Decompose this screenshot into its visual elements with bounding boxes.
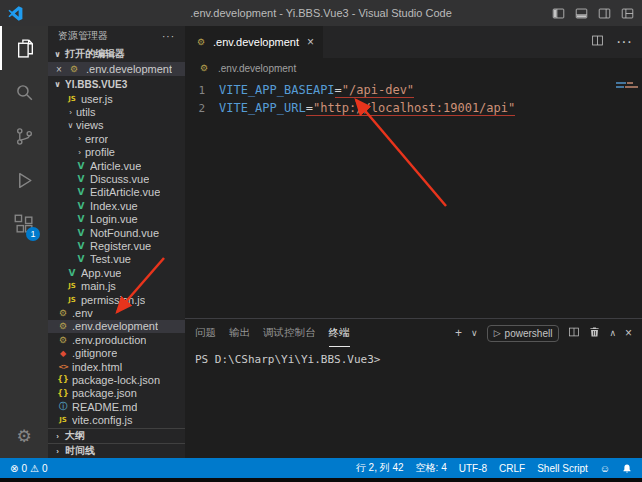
- bottom-panel: 问题输出调试控制台终端 + ∨ ▷ powershell: [185, 318, 642, 458]
- close-icon[interactable]: ×: [54, 64, 64, 75]
- tree-item[interactable]: JSmain.js: [48, 279, 185, 292]
- code-line[interactable]: 1VITE_APP_BASEAPI="/api-dev": [185, 81, 642, 99]
- toggle-secondary-sidebar-icon[interactable]: [598, 7, 611, 20]
- minimap[interactable]: [614, 80, 640, 88]
- sidebar-more-actions-icon[interactable]: ···: [162, 31, 175, 42]
- sidebar-bottom-sections: ›大纲›时间线: [48, 428, 185, 458]
- maximize-panel-icon[interactable]: ∧: [609, 328, 616, 338]
- statusbar-item[interactable]: 行 2, 列 42: [356, 461, 404, 475]
- toggle-panel-icon[interactable]: [575, 7, 588, 20]
- source-control-icon[interactable]: [0, 114, 48, 158]
- code-token: "/api-dev": [342, 83, 414, 98]
- tree-item[interactable]: VArticle.vue: [48, 159, 185, 172]
- customize-layout-icon[interactable]: [621, 7, 634, 20]
- tree-item[interactable]: ⓘREADME.md: [48, 400, 185, 413]
- tree-item[interactable]: {}package.json: [48, 387, 185, 400]
- file-name: permission.js: [81, 294, 145, 306]
- editor-group: ⚙.env.development× ··· ⚙ .env.developmen…: [185, 26, 642, 458]
- tree-item[interactable]: VTest.vue: [48, 253, 185, 266]
- tree-item[interactable]: VLogin.vue: [48, 213, 185, 226]
- notifications-bell-icon[interactable]: [622, 463, 632, 474]
- split-editor-icon[interactable]: [591, 33, 604, 51]
- editor-tab[interactable]: ⚙.env.development×: [185, 26, 323, 58]
- statusbar-item[interactable]: CRLF: [499, 463, 525, 474]
- panel-tab[interactable]: 终端: [329, 319, 350, 347]
- close-icon[interactable]: ×: [307, 35, 314, 49]
- breadcrumb[interactable]: ⚙ .env.development: [185, 58, 642, 78]
- tree-item[interactable]: ◆.gitignore: [48, 346, 185, 359]
- panel-tab[interactable]: 输出: [229, 319, 250, 347]
- kill-terminal-trash-icon[interactable]: [589, 326, 600, 341]
- run-debug-icon[interactable]: [0, 158, 48, 202]
- chevron-down-icon: ∨: [52, 80, 63, 89]
- project-name-label: YI.BBS.VUE3: [65, 79, 127, 90]
- sidebar-section-outline[interactable]: ›大纲: [48, 428, 185, 443]
- gear-file-icon: ⚙: [56, 335, 70, 345]
- file-name: .gitignore: [72, 347, 117, 359]
- tree-item[interactable]: JSvite.config.js: [48, 413, 185, 426]
- statusbar-item[interactable]: UTF-8: [459, 463, 487, 474]
- chevron-down-icon: ∨: [52, 50, 63, 59]
- tree-item[interactable]: ⚙.env: [48, 306, 185, 319]
- tree-item[interactable]: <>index.html: [48, 360, 185, 373]
- tree-item[interactable]: JSuser.js: [48, 92, 185, 105]
- file-name: .env.development: [72, 320, 158, 332]
- gear-file-icon: ⚙: [56, 308, 70, 318]
- tree-item[interactable]: ⚙.env.production: [48, 333, 185, 346]
- breadcrumb-item[interactable]: .env.development: [218, 63, 296, 74]
- tree-item[interactable]: VApp.vue: [48, 266, 185, 279]
- open-editors-header[interactable]: ∨ 打开的编辑器: [48, 46, 185, 62]
- vue-file-icon: V: [74, 161, 88, 171]
- file-name: Register.vue: [90, 240, 151, 252]
- file-name: NotFound.vue: [90, 227, 159, 239]
- panel-tab[interactable]: 调试控制台: [263, 319, 316, 347]
- panel-tab[interactable]: 问题: [195, 319, 216, 347]
- terminal-content[interactable]: PS D:\CSharp\Yi\Yi.BBS.Vue3>: [185, 347, 642, 458]
- feedback-smiley-icon[interactable]: ☺: [600, 463, 610, 474]
- explorer-icon[interactable]: [0, 26, 48, 70]
- new-terminal-icon[interactable]: +: [455, 326, 462, 340]
- project-section-header[interactable]: ∨ YI.BBS.VUE3: [48, 76, 185, 92]
- section-label: 大纲: [65, 429, 85, 443]
- toggle-primary-sidebar-icon[interactable]: [552, 7, 565, 20]
- close-panel-icon[interactable]: ×: [625, 326, 632, 340]
- code-token: VITE_APP_URL: [219, 101, 306, 115]
- file-name: Article.vue: [90, 160, 141, 172]
- tree-item[interactable]: VEditArticle.vue: [48, 186, 185, 199]
- js-file-icon: JS: [65, 296, 79, 304]
- tree-item[interactable]: VDiscuss.vue: [48, 172, 185, 185]
- editor-more-actions-icon[interactable]: ···: [616, 33, 632, 51]
- file-name: main.js: [81, 280, 116, 292]
- tree-item[interactable]: ∨views: [48, 119, 185, 132]
- file-name: Index.vue: [90, 200, 138, 212]
- problems-status[interactable]: ⊗ 0 ⚠ 0: [10, 463, 47, 474]
- vue-file-icon: V: [74, 241, 88, 251]
- tree-item[interactable]: VNotFound.vue: [48, 226, 185, 239]
- file-name: Discuss.vue: [90, 173, 149, 185]
- tree-item[interactable]: VRegister.vue: [48, 239, 185, 252]
- tree-item[interactable]: JSpermission.js: [48, 293, 185, 306]
- terminal-dropdown-icon[interactable]: ∨: [471, 328, 478, 338]
- code-line[interactable]: 2VITE_APP_URL="http://localhost:19001/ap…: [185, 99, 642, 117]
- search-icon[interactable]: [0, 70, 48, 114]
- sidebar-section-timeline[interactable]: ›时间线: [48, 443, 185, 458]
- tree-item[interactable]: {}package-lock.json: [48, 373, 185, 386]
- extensions-icon[interactable]: 1: [0, 202, 48, 246]
- file-name: utils: [76, 106, 96, 118]
- settings-gear-icon[interactable]: ⚙: [0, 414, 48, 458]
- tree-item[interactable]: ›error: [48, 132, 185, 145]
- open-editor-item[interactable]: ×⚙.env.development: [48, 62, 185, 76]
- code-editor[interactable]: 1VITE_APP_BASEAPI="/api-dev"2VITE_APP_UR…: [185, 78, 642, 318]
- json-file-icon: {}: [56, 389, 70, 398]
- terminal-shell-picker[interactable]: ▷ powershell: [487, 325, 560, 342]
- editor-tabs: ⚙.env.development×: [185, 26, 323, 58]
- tree-item[interactable]: ›utils: [48, 105, 185, 118]
- play-icon: ▷: [494, 328, 501, 338]
- split-terminal-icon[interactable]: [568, 326, 580, 341]
- file-name: EditArticle.vue: [90, 186, 160, 198]
- tree-item[interactable]: ›profile: [48, 146, 185, 159]
- statusbar-item[interactable]: 空格: 4: [416, 461, 447, 475]
- tree-item[interactable]: VIndex.vue: [48, 199, 185, 212]
- tree-item[interactable]: ⚙.env.development: [48, 320, 185, 333]
- statusbar-item[interactable]: Shell Script: [537, 463, 588, 474]
